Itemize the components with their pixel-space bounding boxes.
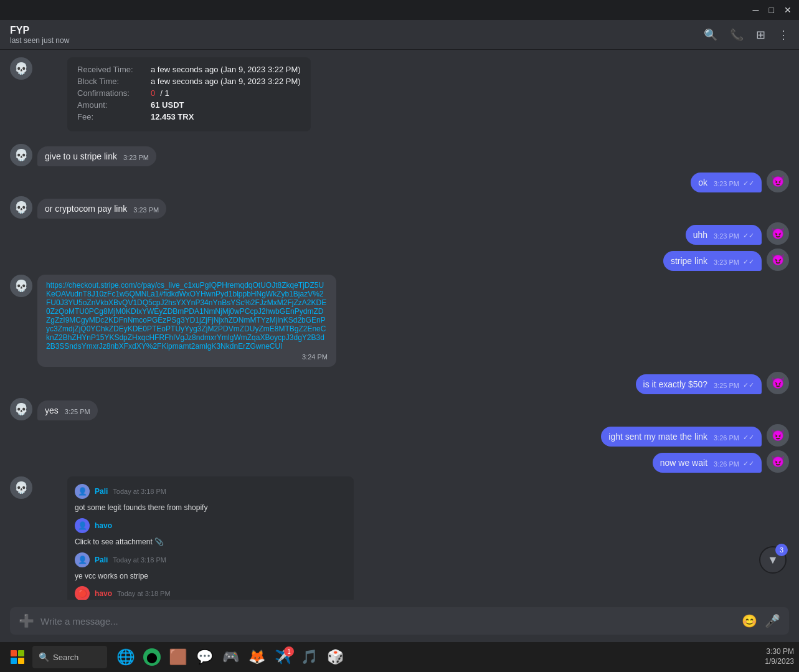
check-icon-10: ✓✓ [743, 460, 754, 468]
taskbar-app-unknown1[interactable]: ⬤ [141, 646, 163, 668]
fee-row: Fee: 12.453 TRX [77, 112, 301, 121]
quote-text-3: ye vcc works on stripe [75, 571, 346, 582]
message-row-8: 💀 yes 3:25 PM [10, 398, 789, 420]
title-bar: ─ □ ✕ [0, 0, 799, 20]
bubble-inner-9: ight sent my mate the link 3:26 PM ✓✓ [608, 432, 754, 442]
quote-avatar-4: 🔴 [75, 586, 90, 600]
block-time-row: Block Time: a few seconds ago (Jan 9, 20… [77, 77, 301, 86]
msg-time-8: 3:25 PM [65, 408, 90, 415]
quote-name-3: Pali [95, 556, 108, 564]
steam-icon: 🎮 [222, 649, 239, 665]
clock-date: 1/9/2023 [765, 657, 794, 667]
taskbar-app-telegram[interactable]: ✈️ 1 [272, 646, 294, 668]
msg-text-8: yes [45, 405, 59, 415]
skull-emoji-3: 💀 [14, 201, 28, 214]
taskbar-search-box[interactable]: 🔍 Search [32, 646, 107, 668]
skull-emoji-quote: 💀 [14, 481, 28, 495]
mic-icon[interactable]: 🎤 [765, 613, 780, 628]
extra-icon: 🎲 [327, 649, 344, 665]
bubble-inner-8: yes 3:25 PM [45, 405, 90, 415]
taskbar-app-firefox[interactable]: 🦊 [245, 646, 268, 668]
close-button[interactable]: ✕ [784, 5, 792, 15]
bubble-received-1: give to u stripe link 3:23 PM [37, 146, 156, 166]
search-icon[interactable]: 🔍 [704, 28, 717, 42]
received-time-value: a few seconds ago (Jan 9, 2023 3:22 PM) [151, 65, 301, 74]
start-button[interactable] [5, 645, 30, 670]
chat-header: FYP last seen just now 🔍 📞 ⊞ ⋮ [0, 20, 799, 50]
msg-time-9: 3:26 PM [714, 434, 739, 442]
transaction-card: Received Time: a few seconds ago (Jan 9,… [67, 57, 311, 131]
quote-card-row: 💀 👤 Pali Today at 3:18 PM got some legit… [10, 476, 789, 600]
bubble-inner-2: ok 3:23 PM ✓✓ [698, 177, 754, 187]
quote-time-4: Today at 3:18 PM [117, 590, 171, 597]
fee-value: 12.453 TRX [151, 112, 194, 121]
quote-avatar-3: 👤 [75, 552, 90, 567]
avatar-skull-url: 💀 [10, 275, 32, 297]
skull-emoji-1: 💀 [14, 148, 28, 162]
taskbar-app-discord[interactable]: 💬 [193, 646, 215, 668]
minimize-button[interactable]: ─ [753, 5, 759, 15]
input-area: ➕ 😊 🎤 [0, 600, 799, 642]
more-icon[interactable]: ⋮ [778, 28, 789, 42]
message-input[interactable] [40, 616, 735, 627]
taskbar-right: 3:30 PM 1/9/2023 [765, 647, 794, 666]
quote-avatar-2: 👤 [75, 518, 90, 533]
message-row-1: 💀 give to u stripe link 3:23 PM [10, 144, 789, 166]
windows-logo [11, 650, 24, 664]
message-row-9: 😈 ight sent my mate the link 3:26 PM ✓✓ [10, 424, 789, 447]
bubble-sent-7: is it exactly $50? 3:25 PM ✓✓ [636, 374, 762, 394]
quote-time-3: Today at 3:18 PM [113, 556, 166, 564]
main-content: FYP last seen just now 🔍 📞 ⊞ ⋮ 💀 Receive… [0, 20, 799, 642]
quote-card: 👤 Pali Today at 3:18 PM got some legit f… [67, 476, 354, 600]
taskbar-app-game[interactable]: 🟫 [167, 646, 189, 668]
msg-time-2: 3:23 PM [714, 180, 739, 187]
taskbar-search-icon: 🔍 [39, 652, 49, 662]
scroll-to-bottom-button[interactable]: 3 ▼ [759, 546, 787, 574]
skull-emoji: 💀 [14, 62, 28, 75]
input-right-icons: 😊 🎤 [742, 613, 780, 628]
avatar-devil-10: 😈 [767, 450, 789, 473]
bubble-sent-9: ight sent my mate the link 3:26 PM ✓✓ [601, 427, 762, 447]
msg-text-1: give to u stripe link [45, 151, 117, 161]
url-bubble[interactable]: https://checkout.stripe.com/c/pay/cs_liv… [37, 275, 336, 367]
message-row-10: 😈 now we wait 3:26 PM ✓✓ [10, 450, 789, 473]
block-time-value: a few seconds ago (Jan 9, 2023 3:22 PM) [151, 77, 301, 86]
url-message-row: 💀 https://checkout.stripe.com/c/pay/cs_l… [10, 275, 789, 367]
taskbar-app-chrome[interactable]: 🌐 [115, 646, 137, 668]
chrome-icon: 🌐 [116, 648, 135, 666]
phone-icon[interactable]: 📞 [730, 28, 744, 42]
taskbar: 🔍 Search 🌐 ⬤ 🟫 💬 🎮 🦊 ✈️ 1 [0, 642, 799, 672]
taskbar-app-extra[interactable]: 🎲 [324, 646, 346, 668]
avatar-skull-8: 💀 [10, 398, 32, 420]
message-row-7: 😈 is it exactly $50? 3:25 PM ✓✓ [10, 372, 789, 394]
devil-emoji-2: 😈 [771, 174, 785, 188]
firefox-icon: 🦊 [248, 649, 265, 665]
msg-text-10: now we wait [660, 458, 707, 468]
message-row-3: 💀 or cryptocom pay link 3:23 PM [10, 196, 789, 219]
devil-emoji-10: 😈 [771, 455, 785, 468]
transaction-row: 💀 Received Time: a few seconds ago (Jan … [10, 57, 789, 136]
url-text: https://checkout.stripe.com/c/pay/cs_liv… [46, 281, 326, 351]
bubble-inner-1: give to u stripe link 3:23 PM [45, 151, 149, 161]
msg-text-9: ight sent my mate the link [608, 432, 707, 442]
bubble-inner-5: stripe link 3:23 PM ✓✓ [671, 256, 754, 266]
quote-name-4: havo [95, 589, 112, 598]
message-row-5: 😈 stripe link 3:23 PM ✓✓ [10, 248, 789, 271]
confirmations-value: 0 [151, 88, 155, 98]
taskbar-clock[interactable]: 3:30 PM 1/9/2023 [765, 647, 794, 666]
check-icon-2: ✓✓ [743, 179, 754, 187]
taskbar-app-steam[interactable]: 🎮 [219, 646, 242, 668]
msg-text-2: ok [698, 177, 707, 187]
avatar-devil-5: 😈 [767, 248, 789, 271]
scroll-down-icon: ▼ [767, 554, 778, 567]
maximize-button[interactable]: □ [769, 5, 774, 15]
bubble-sent-4: uhh 3:23 PM ✓✓ [686, 225, 762, 245]
msg-text-7: is it exactly $50? [643, 379, 708, 389]
quote-entry-2-header: 👤 havo [75, 518, 346, 533]
attach-icon[interactable]: ➕ [19, 613, 34, 628]
emoji-icon[interactable]: 😊 [742, 613, 757, 628]
amount-row: Amount: 61 USDT [77, 100, 301, 110]
bubble-inner-4: uhh 3:23 PM ✓✓ [693, 230, 754, 240]
taskbar-app-spotify[interactable]: 🎵 [298, 646, 320, 668]
layout-icon[interactable]: ⊞ [756, 28, 765, 42]
